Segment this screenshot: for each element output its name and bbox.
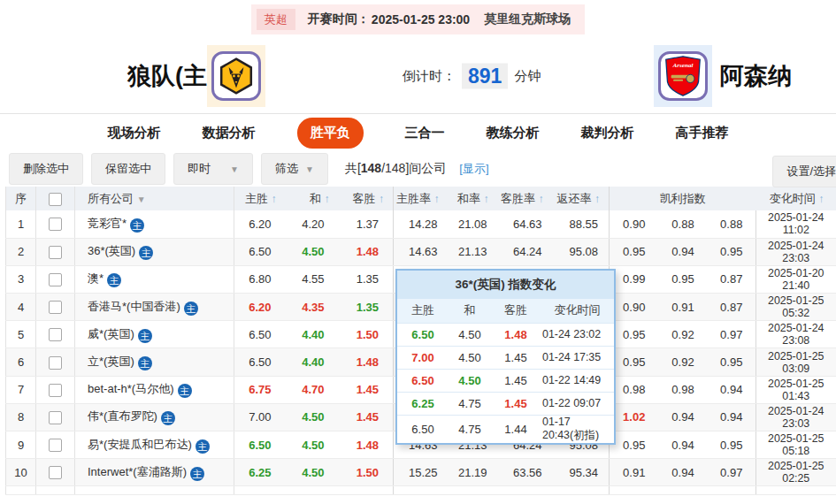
- company-name[interactable]: 伟*(直布罗陀): [88, 409, 157, 423]
- sort-up-icon[interactable]: ↑: [818, 193, 824, 205]
- row-checkbox[interactable]: [49, 384, 62, 397]
- away-odds-cell[interactable]: 1.35: [339, 294, 394, 321]
- home-odds-cell[interactable]: 6.20: [234, 210, 286, 238]
- toolbar: 删除选中 保留选中 即时 ▼ 筛选▼ 共[148/148]间公司 [显示] 设置…: [0, 151, 836, 187]
- tab-item[interactable]: 三合一: [405, 125, 445, 141]
- draw-odds-cell[interactable]: 4.50: [286, 403, 339, 431]
- away-odds-cell[interactable]: 1.50: [339, 321, 394, 348]
- away-odds-cell[interactable]: 1.50: [339, 459, 394, 486]
- delete-selected-button[interactable]: 删除选中: [9, 153, 83, 185]
- company-name[interactable]: bet-at-h*(马尔他): [88, 382, 174, 395]
- header-change-time[interactable]: 变化时间 ↑: [756, 187, 836, 210]
- header-company[interactable]: 所有公司 ▼: [75, 187, 234, 210]
- sort-up-icon[interactable]: ↑: [379, 193, 384, 205]
- keep-selected-button[interactable]: 保留选中: [91, 153, 165, 185]
- away-odds-cell[interactable]: 1.48: [339, 431, 394, 459]
- sort-up-icon[interactable]: ↑: [484, 193, 489, 205]
- away-odds-cell[interactable]: 1.48: [339, 238, 394, 265]
- company-name[interactable]: 36*(英国): [88, 244, 135, 257]
- tab-item[interactable]: 裁判分析: [581, 125, 634, 141]
- kelly-cell: 0.94: [659, 431, 708, 459]
- popup-home-odds: 6.50: [397, 415, 449, 443]
- home-odds-cell[interactable]: 6.50: [234, 431, 286, 459]
- row-checkbox[interactable]: [49, 466, 62, 479]
- main-market-icon: 主: [184, 302, 198, 316]
- countdown: 倒计时： 891 分钟: [403, 64, 541, 89]
- tab-item[interactable]: 现场分析: [108, 125, 161, 141]
- row-checkbox[interactable]: [49, 218, 62, 231]
- draw-odds-cell[interactable]: 4.55: [286, 265, 339, 293]
- header-away-odds[interactable]: 客胜 ↑: [339, 187, 394, 210]
- home-odds-cell[interactable]: 6.50: [234, 238, 286, 265]
- time-filter-dropdown[interactable]: 即时 ▼: [173, 153, 253, 185]
- away-odds-cell[interactable]: 1.37: [339, 210, 394, 238]
- sort-up-icon[interactable]: ↑: [594, 193, 600, 205]
- top-info-bar: 英超 开赛时间： 2025-01-25 23:00 莫里纽克斯球场: [0, 0, 836, 39]
- header-away-rate[interactable]: 客胜率 ↑: [498, 187, 553, 210]
- seq-cell: 10: [6, 459, 36, 486]
- home-odds-cell[interactable]: 6.75: [234, 376, 286, 403]
- home-odds-cell[interactable]: 6.25: [234, 459, 286, 486]
- row-checkbox[interactable]: [49, 439, 62, 452]
- kelly-cell: 0.98: [610, 376, 659, 403]
- kelly-cell: 0.88: [659, 210, 708, 238]
- tab-item[interactable]: 胜平负: [297, 118, 364, 149]
- home-odds-cell[interactable]: 6.80: [234, 265, 286, 293]
- home-odds-cell[interactable]: 6.50: [234, 348, 286, 376]
- home-odds-cell[interactable]: 7.00: [234, 403, 286, 431]
- row-checkbox[interactable]: [49, 273, 62, 286]
- row-checkbox[interactable]: [49, 356, 62, 370]
- show-link[interactable]: [显示]: [459, 161, 488, 177]
- kelly-cell: 0.95: [610, 431, 659, 459]
- draw-odds-cell[interactable]: 4.70: [286, 376, 339, 403]
- home-odds-cell[interactable]: 6.20: [234, 294, 286, 321]
- away-odds-cell[interactable]: 1.45: [339, 403, 394, 431]
- tab-item[interactable]: 数据分析: [203, 125, 256, 141]
- popup-header-row: 主胜 和 客胜 变化时间: [397, 299, 614, 323]
- settings-button[interactable]: 设置/选择: [772, 156, 836, 187]
- draw-odds-cell[interactable]: 4.50: [286, 459, 339, 486]
- kelly-cell: 0.94: [659, 238, 708, 265]
- filter-dropdown[interactable]: 筛选▼: [261, 153, 328, 185]
- kelly-cell: 0.94: [708, 376, 756, 403]
- draw-odds-cell[interactable]: 4.50: [286, 431, 339, 459]
- away-odds-cell[interactable]: 1.35: [339, 265, 394, 293]
- row-checkbox[interactable]: [49, 246, 62, 259]
- home-odds-cell[interactable]: 6.50: [234, 321, 286, 348]
- tab-item[interactable]: 高手推荐: [676, 125, 729, 141]
- return-rate-cell: 88.55: [553, 210, 610, 238]
- company-name[interactable]: 威*(英国): [88, 327, 134, 340]
- header-return-rate[interactable]: 返还率 ↑: [553, 187, 610, 210]
- company-name[interactable]: 竞彩官*: [88, 217, 127, 230]
- company-name[interactable]: 香港马*(中国香港): [88, 300, 180, 313]
- row-checkbox[interactable]: [49, 328, 62, 341]
- home-team-logo: [207, 45, 265, 107]
- draw-odds-cell[interactable]: 4.50: [286, 238, 339, 265]
- header-draw-rate[interactable]: 和率 ↑: [449, 187, 498, 210]
- sort-up-icon[interactable]: ↑: [434, 193, 440, 205]
- select-all-checkbox[interactable]: [49, 193, 62, 206]
- header-home-rate[interactable]: 主胜率 ↑: [394, 187, 449, 210]
- draw-odds-cell[interactable]: 4.20: [286, 210, 339, 238]
- company-name[interactable]: 澳*: [88, 271, 104, 285]
- main-market-icon: 主: [138, 329, 152, 343]
- header-home-odds[interactable]: 主胜 ↑: [234, 187, 286, 210]
- team-header: 狼队(主) 倒计时： 891 分钟 Arsenal: [0, 39, 836, 113]
- seq-cell: 9: [6, 431, 36, 459]
- kickoff-label: 开赛时间：: [308, 11, 370, 27]
- company-name[interactable]: 易*(安提瓜和巴布达): [88, 438, 192, 451]
- row-checkbox[interactable]: [49, 411, 62, 424]
- draw-odds-cell[interactable]: 4.35: [286, 294, 339, 321]
- sort-up-icon[interactable]: ↑: [325, 193, 330, 205]
- company-name[interactable]: 立*(英国): [88, 355, 134, 368]
- tab-item[interactable]: 教练分析: [487, 125, 540, 141]
- away-odds-cell[interactable]: 1.45: [339, 376, 394, 403]
- away-odds-cell[interactable]: 1.48: [339, 348, 394, 376]
- row-checkbox[interactable]: [49, 301, 62, 314]
- draw-odds-cell[interactable]: 4.40: [286, 348, 339, 376]
- header-draw-odds[interactable]: 和 ↑: [286, 187, 339, 210]
- sort-up-icon[interactable]: ↑: [272, 193, 277, 205]
- company-name[interactable]: Interwet*(塞浦路斯): [88, 465, 187, 478]
- sort-up-icon[interactable]: ↑: [539, 193, 544, 205]
- draw-odds-cell[interactable]: 4.40: [286, 321, 339, 348]
